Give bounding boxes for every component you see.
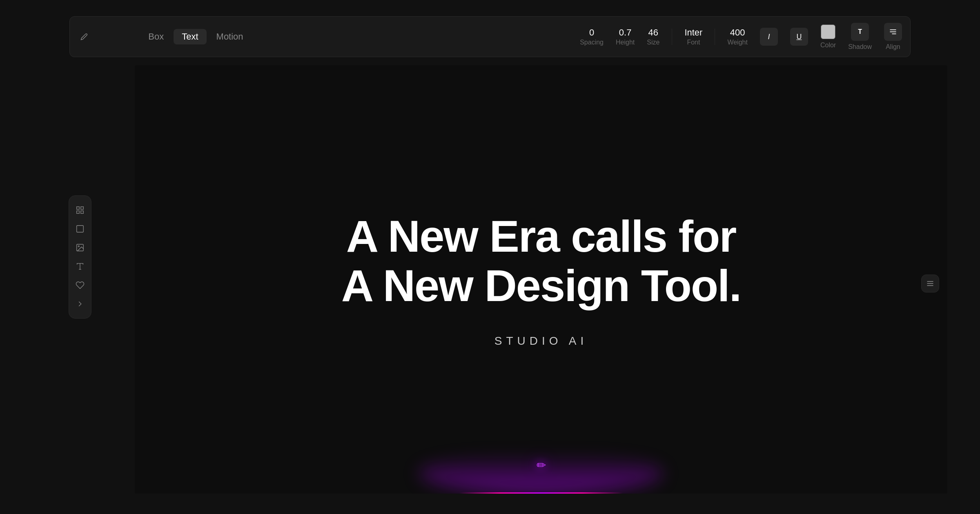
svg-rect-6 — [81, 211, 83, 213]
tab-text[interactable]: Text — [174, 29, 206, 44]
shadow-button[interactable]: T — [851, 23, 869, 41]
shadow-label: Shadow — [848, 43, 872, 51]
height-label: Height — [616, 39, 635, 46]
hero-title-line2: A New Design Tool. — [341, 261, 741, 310]
spacing-label: Spacing — [580, 39, 604, 46]
frame-tool-icon[interactable] — [72, 202, 88, 218]
weight-value[interactable]: 400 — [730, 27, 745, 38]
more-tools-icon[interactable] — [72, 296, 88, 312]
pencil-tool-icon[interactable] — [78, 31, 90, 43]
spacing-value[interactable]: 0 — [589, 27, 594, 38]
shadow-control: T Shadow — [848, 23, 872, 51]
weight-control: 400 Weight — [727, 27, 748, 46]
hero-title-line1: A New Era calls for — [341, 211, 741, 261]
divider-2 — [715, 29, 715, 45]
color-button[interactable] — [821, 24, 835, 39]
left-sidebar — [69, 195, 91, 319]
align-label: Align — [886, 43, 900, 51]
toolbar-tabs: Box Text Motion — [140, 29, 251, 44]
underline-button[interactable]: U — [790, 28, 808, 46]
canvas-content: A New Era calls for A New Design Tool. S… — [135, 65, 947, 494]
italic-button[interactable]: I — [760, 28, 778, 46]
toolbar: Box Text Motion 0 Spacing 0.7 Height 46 … — [69, 16, 911, 57]
image-tool-icon[interactable] — [72, 240, 88, 255]
svg-rect-3 — [77, 207, 79, 209]
font-label: Font — [687, 39, 700, 46]
hero-text-block: A New Era calls for A New Design Tool. — [341, 211, 741, 310]
align-button[interactable] — [884, 23, 902, 41]
tab-motion[interactable]: Motion — [208, 29, 252, 44]
tab-box[interactable]: Box — [140, 29, 172, 44]
heart-tool-icon[interactable] — [72, 277, 88, 293]
canvas-area: A New Era calls for A New Design Tool. S… — [102, 65, 947, 502]
text-tool-icon[interactable] — [72, 259, 88, 274]
color-label: Color — [820, 42, 836, 49]
size-label: Size — [647, 39, 659, 46]
font-control: Inter Font — [684, 27, 702, 46]
spacing-control: 0 Spacing — [580, 27, 604, 46]
weight-label: Weight — [727, 39, 748, 46]
color-swatch[interactable]: Color — [820, 24, 836, 49]
font-value[interactable]: Inter — [684, 27, 702, 38]
svg-rect-4 — [81, 207, 83, 209]
bottom-glow-effect — [419, 453, 664, 494]
size-control: 46 Size — [647, 27, 659, 46]
svg-rect-5 — [77, 211, 79, 213]
bottom-accent-line — [459, 492, 623, 494]
height-control: 0.7 Height — [616, 27, 635, 46]
size-value[interactable]: 46 — [648, 27, 658, 38]
studio-ai-logo: STUDIO AI — [494, 335, 588, 348]
toolbar-controls: 0 Spacing 0.7 Height 46 Size Inter Font … — [580, 23, 902, 51]
box-tool-icon[interactable] — [72, 221, 88, 237]
canvas-frame[interactable]: A New Era calls for A New Design Tool. S… — [135, 65, 947, 494]
svg-rect-7 — [77, 226, 84, 233]
svg-point-9 — [78, 246, 79, 247]
height-value[interactable]: 0.7 — [619, 27, 632, 38]
divider-1 — [672, 29, 672, 45]
right-panel-button[interactable] — [921, 275, 939, 292]
align-control: Align — [884, 23, 902, 51]
